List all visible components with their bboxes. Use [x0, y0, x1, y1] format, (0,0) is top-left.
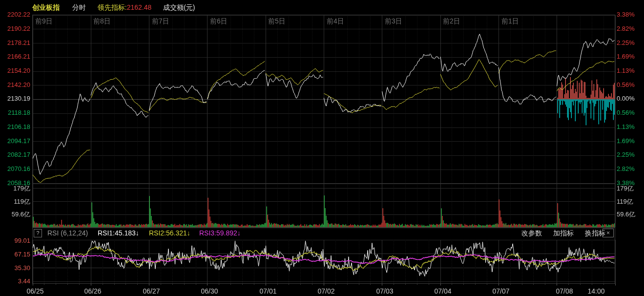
date-tick: 06/25: [13, 287, 57, 295]
symbol-name: 创业板指: [32, 3, 60, 11]
change-params-button[interactable]: 改参数: [521, 229, 542, 237]
pct-tick: 3.38%: [617, 11, 644, 18]
turnover-label: 成交额(元): [163, 3, 195, 11]
pct-tick: 1.13%: [617, 123, 644, 130]
rsi-indicator-title: RSI (6,12,24): [47, 229, 88, 237]
volume-tick: 119亿: [0, 198, 30, 205]
price-tick-prev-close: 2130.19: [0, 95, 30, 102]
leading-indicator-label: 领先指标:: [98, 3, 127, 11]
pct-tick: 2.25%: [617, 151, 644, 158]
price-tick: 2142.20: [0, 81, 30, 88]
pct-tick: 1.69%: [617, 137, 644, 145]
leading-indicator-value: 2162.48: [127, 3, 152, 11]
rsi3-value: RSI3:59.892↓: [199, 229, 241, 237]
day-label: 前8日: [93, 17, 111, 26]
day-label: 前6日: [210, 17, 228, 26]
day-label: 前9日: [35, 17, 53, 26]
day-label: 前2日: [443, 17, 460, 26]
date-tick: 07/04: [421, 287, 465, 295]
volume-tick: 179亿: [0, 185, 30, 192]
volume-tick: 59.6亿: [617, 211, 644, 218]
volume-tick: 59.6亿: [0, 211, 30, 218]
rsi-tick: 99.01: [0, 237, 30, 244]
rsi2-value: RSI2:56.321↓: [149, 229, 190, 237]
date-tick: 06/30: [187, 287, 231, 295]
day-label: 前5日: [268, 17, 286, 26]
price-tick: 2094.17: [0, 137, 30, 145]
add-indicator-button[interactable]: 加指标: [553, 229, 574, 237]
price-tick: 2082.17: [0, 151, 30, 158]
stock-chart-app: 创业板指 分时 领先指标:2162.48 成交额(元) 2202.22 2190…: [0, 0, 644, 296]
pct-tick: 0.56%: [617, 81, 644, 88]
pct-tick-zero: 0.00%: [617, 95, 644, 102]
chart-mode-label: 分时: [72, 3, 86, 11]
chart-header: 创业板指 分时 领先指标:2162.48 成交额(元): [32, 3, 195, 12]
day-label: 前7日: [152, 17, 169, 26]
pct-tick: 0.56%: [617, 109, 644, 116]
pct-tick: 1.69%: [617, 53, 644, 60]
price-tick: 2202.22: [0, 11, 30, 18]
date-tick: 07/02: [304, 287, 348, 295]
price-tick: 2154.20: [0, 67, 30, 74]
pct-tick: 2.82%: [617, 25, 644, 32]
price-tick: 2106.18: [0, 123, 30, 130]
price-tick: 2118.18: [0, 109, 30, 116]
rsi-tick: 3.44: [0, 277, 30, 285]
rsi-tick: 67.15: [0, 251, 30, 258]
price-tick: 2190.22: [0, 25, 30, 32]
rsi1-value: RSI1:45.183↓: [98, 229, 139, 237]
date-tick: 07/01: [246, 287, 290, 295]
chart-canvas[interactable]: [0, 0, 644, 296]
help-button[interactable]: ?: [34, 229, 42, 237]
date-tick: 07/03: [363, 287, 407, 295]
pct-tick: 1.13%: [617, 67, 644, 74]
date-tick: 06/27: [129, 287, 173, 295]
volume-tick: 119亿: [617, 198, 644, 205]
day-label: 前1日: [501, 17, 519, 26]
close-indicator-button[interactable]: ×: [602, 229, 614, 237]
rsi-tick: 35.30: [0, 264, 30, 272]
pct-tick: 2.82%: [617, 165, 644, 172]
price-tick: 2070.16: [0, 165, 30, 172]
price-tick: 2178.21: [0, 39, 30, 46]
pct-tick: 2.25%: [617, 39, 644, 46]
price-tick: 2166.21: [0, 53, 30, 60]
day-label: 前4日: [327, 17, 344, 26]
volume-tick: 179亿: [617, 185, 644, 192]
date-tick: 06/26: [71, 287, 115, 295]
date-tick: 07/07: [479, 287, 523, 295]
day-label: 前3日: [385, 17, 402, 26]
time-tick: 14:00: [574, 287, 618, 295]
